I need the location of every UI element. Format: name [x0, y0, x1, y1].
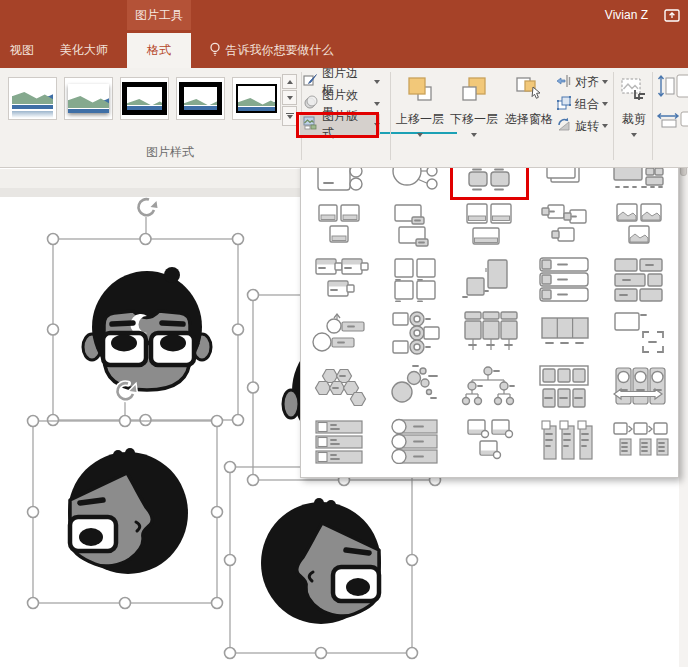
layout-item-hexagon-cluster[interactable]: [303, 360, 378, 414]
resize-handle[interactable]: [212, 507, 223, 518]
layout-item-bubble-picture-list[interactable]: [378, 360, 453, 414]
layout-item-header-tag-blocks[interactable]: [303, 252, 378, 306]
resize-handle[interactable]: [48, 324, 59, 335]
rotate-button[interactable]: 旋转: [556, 116, 612, 136]
gallery-scrollbar: [282, 74, 297, 126]
tab-tell-me[interactable]: 告诉我你想要做什么: [196, 33, 346, 68]
layout-item-alternating-picture-circles[interactable]: [378, 306, 453, 360]
picture-layout-dropdown: [300, 140, 679, 478]
send-backward-icon: [460, 71, 488, 107]
layout-item-org-chart-picture[interactable]: [452, 360, 527, 414]
powerpoint-window: 图片工具 Vivian Z 视图 美化大师 格式 告诉我你想要做什么: [0, 0, 688, 667]
layout-item-picture-lineup-arrow[interactable]: [601, 360, 676, 414]
layout-item-ascending-process-circles[interactable]: [303, 306, 378, 360]
layout-item-titled-picture-blocks[interactable]: [452, 198, 527, 252]
user-account[interactable]: Vivian Z: [605, 0, 648, 30]
shape-height-field[interactable]: [656, 74, 688, 102]
resize-handle[interactable]: [225, 555, 236, 566]
resize-handle[interactable]: [28, 598, 39, 609]
picture-border-icon: [303, 73, 318, 91]
ribbon-display-options-icon[interactable]: [664, 8, 680, 21]
layout-item-caption-blocks[interactable]: [378, 198, 453, 252]
tab-format[interactable]: 格式: [127, 33, 191, 68]
resize-handle[interactable]: [212, 598, 223, 609]
ribbon: 图片边框 图片效果 图片版式: [0, 68, 688, 168]
tab-view[interactable]: 视图: [0, 33, 44, 68]
picture-style-reflection[interactable]: [8, 77, 57, 120]
title-bar: 图片工具 Vivian Z: [0, 0, 688, 30]
layout-item-framed-picture-stack[interactable]: [303, 198, 378, 252]
resize-handle[interactable]: [225, 648, 236, 659]
align-button[interactable]: 对齐: [556, 72, 612, 92]
layout-item-circle-accent-list[interactable]: [378, 414, 453, 468]
resize-handle[interactable]: [225, 462, 236, 473]
slide-vertical-scrollbar[interactable]: [679, 140, 688, 667]
resize-handle[interactable]: [407, 648, 418, 659]
layout-item-picture-accent-list[interactable]: [527, 252, 602, 306]
resize-handle[interactable]: [248, 290, 259, 301]
picture-front-face[interactable]: [83, 267, 211, 390]
picture-style-simple-black-frame[interactable]: [232, 77, 281, 120]
gallery-scroll-up-button[interactable]: [282, 74, 297, 89]
picture-profile-left[interactable]: [261, 498, 381, 624]
resize-handle[interactable]: [48, 415, 59, 426]
resize-handle[interactable]: [140, 234, 151, 245]
resize-handle[interactable]: [233, 415, 244, 426]
layout-item-alternating-picture-blocks[interactable]: [601, 252, 676, 306]
picture-style-soft-shadow[interactable]: [64, 77, 113, 120]
resize-handle[interactable]: [120, 416, 131, 427]
gallery-scroll-down-button[interactable]: [282, 90, 297, 105]
selection-pane-button[interactable]: 选择窗格: [502, 71, 556, 163]
resize-handle[interactable]: [233, 234, 244, 245]
resize-handle[interactable]: [140, 415, 151, 426]
picture-style-thick-black-frame[interactable]: [176, 77, 225, 120]
layout-item-framed-text-picture[interactable]: [601, 306, 676, 360]
crop-icon: [620, 71, 648, 107]
layout-item-picture-strips[interactable]: [601, 198, 676, 252]
picture-profile-right[interactable]: [68, 448, 188, 574]
tab-beautify[interactable]: 美化大师: [48, 33, 120, 68]
layout-item-four-square-grid[interactable]: [378, 252, 453, 306]
ribbon-tab-row: 视图 美化大师 格式 告诉我你想要做什么: [0, 30, 688, 68]
resize-handle[interactable]: [212, 416, 223, 427]
rotate-icon: [556, 117, 572, 136]
resize-handle[interactable]: [248, 382, 259, 393]
rotate-handle-front-face[interactable]: [139, 199, 158, 233]
shape-width-field[interactable]: [656, 104, 688, 132]
picture-style-metal-frame[interactable]: [120, 77, 169, 120]
resize-handle[interactable]: [316, 648, 327, 659]
resize-handle[interactable]: [407, 555, 418, 566]
layout-item-vertical-block-list[interactable]: [303, 414, 378, 468]
bring-forward-button[interactable]: 上移一层: [394, 71, 446, 163]
layout-item-ascending-picture-blocks[interactable]: [452, 252, 527, 306]
bring-forward-icon: [406, 71, 434, 107]
layout-item-picture-column-process[interactable]: [452, 306, 527, 360]
resize-handle[interactable]: [28, 416, 39, 427]
resize-handle[interactable]: [48, 234, 59, 245]
gallery-more-button[interactable]: [282, 106, 297, 126]
group-label-picture-styles: 图片样式: [100, 144, 240, 161]
contextual-tool-header: 图片工具: [127, 0, 191, 30]
lightbulb-icon: [209, 42, 221, 60]
crop-button[interactable]: 裁剪: [616, 71, 652, 163]
selection-pane-icon: [514, 71, 544, 107]
layout-item-picture-caption-circles[interactable]: [452, 414, 527, 468]
resize-handle[interactable]: [233, 324, 244, 335]
resize-handle[interactable]: [28, 507, 39, 518]
group-icon: [556, 95, 572, 114]
picture-styles-gallery: [8, 77, 281, 120]
layout-item-continuous-picture-list[interactable]: [527, 306, 602, 360]
layout-item-titled-matrix[interactable]: [527, 360, 602, 414]
resize-handle[interactable]: [120, 598, 131, 609]
picture-effects-icon: [303, 95, 318, 113]
group-button[interactable]: 组合: [556, 94, 612, 114]
annotation-red-box-picture-layout: [296, 112, 379, 138]
align-icon: [556, 73, 572, 92]
send-backward-button[interactable]: 下移一层: [448, 71, 500, 163]
layout-item-process-cards[interactable]: [601, 414, 676, 468]
layout-item-vertical-picture-columns[interactable]: [527, 414, 602, 468]
layout-item-tagged-blocks-zigzag[interactable]: [527, 198, 602, 252]
resize-handle[interactable]: [248, 475, 259, 486]
